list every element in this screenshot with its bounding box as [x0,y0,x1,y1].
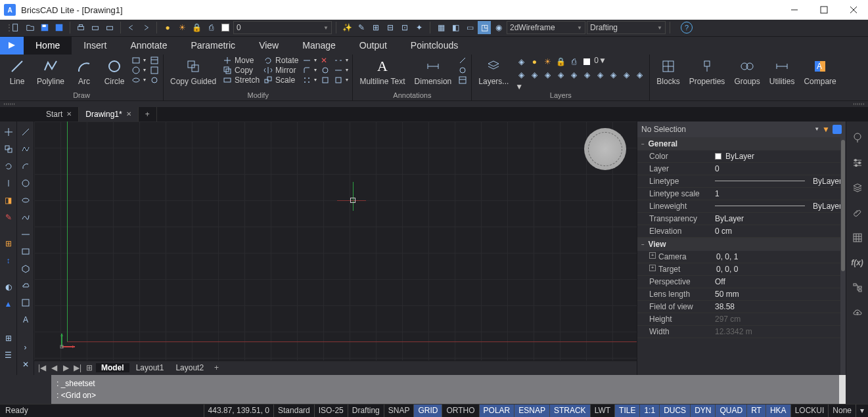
layer-combo[interactable]: 0▼ [594,56,606,68]
open-icon[interactable] [24,21,37,34]
publish-icon[interactable] [103,21,116,34]
grid-tool-icon[interactable]: ⊞ [2,332,15,345]
prop-target[interactable]: +Target0, 0, 0 [637,263,846,276]
layer-plot-icon[interactable]: ⎙ [568,56,580,68]
close-button[interactable] [838,0,868,20]
arc-button[interactable]: Arc [71,56,97,87]
help-icon[interactable]: ? [681,22,693,33]
status-toggle-grid[interactable]: GRID [413,405,442,417]
rotate-button[interactable]: Rotate [263,56,298,65]
drawing-canvas[interactable] [34,121,637,361]
status-toggle-rt[interactable]: RT [746,405,765,417]
status-toggle-tile[interactable]: TILE [614,405,639,417]
save-icon[interactable] [38,21,51,34]
line-button[interactable]: Line [4,56,30,87]
status-toggle-strack[interactable]: STRACK [549,405,590,417]
section-view[interactable]: –View [637,238,846,251]
text-tool-icon[interactable]: A [19,313,32,326]
prop-camera[interactable]: +Camera0, 0, 1 [637,251,846,263]
xline-tool-icon[interactable] [19,228,32,241]
camera-icon[interactable]: ◉ [492,21,505,34]
status-toggle-quad[interactable]: QUAD [715,405,746,417]
commandline[interactable]: : _sheetset : <Grid on> [51,375,839,404]
viewcube[interactable] [584,128,626,170]
copy-button[interactable]: Copy [223,66,260,75]
layer-sun-icon[interactable]: ☀ [541,56,553,68]
group2-tool-icon[interactable]: ↕ [2,254,15,267]
layout-last-icon[interactable]: ▶| [72,363,83,372]
tab-output[interactable]: Output [348,37,399,55]
polygon-tool-icon[interactable] [19,262,32,275]
groups-button[interactable]: Groups [731,56,762,87]
add-tab-button[interactable]: + [139,107,157,121]
layout-layout1[interactable]: Layout1 [131,363,170,372]
layer-on-icon[interactable]: ● [528,56,540,68]
offset-button[interactable] [321,76,330,85]
layout-grid-icon[interactable]: ⊞ [84,363,95,372]
layiso-icon[interactable]: ◈ [515,69,527,81]
section-general[interactable]: –General [637,137,846,150]
dimension-button[interactable]: Dimension [412,56,455,87]
color-swatch-icon[interactable] [219,21,232,34]
align-button[interactable]: ▾ [334,76,348,85]
break-button[interactable]: ▾ [334,56,348,65]
prop-persp[interactable]: PerspectiveOff [637,276,846,288]
region-button[interactable] [150,76,159,85]
tree-icon[interactable] [850,280,865,295]
layer-lock-icon[interactable]: 🔒 [555,56,566,68]
layers-button[interactable]: Layers... [476,56,511,87]
centermark-button[interactable] [458,66,467,75]
print-preview-icon[interactable] [89,21,102,34]
scale-button[interactable]: Scale [263,76,298,85]
compare-button[interactable]: ACompare [801,56,838,87]
prop-fov[interactable]: Field of view38.58 [637,301,846,313]
cmd-x-icon[interactable]: ✕ [19,358,32,371]
saveas-icon[interactable] [53,21,66,34]
status-toggle-hka[interactable]: HKA [765,405,790,417]
status-toggle-polar[interactable]: POLAR [479,405,514,417]
mirror-button[interactable]: Mirror [263,66,298,75]
polygon-button[interactable]: ▾ [131,66,146,75]
copyguided-button[interactable]: Copy Guided [168,56,219,87]
simplify-icon[interactable]: ⊡ [398,21,411,34]
view-icon[interactable]: ▭ [463,21,476,34]
status-std[interactable]: Standard [273,405,314,417]
status-coords[interactable]: 443.87, 139.51, 0 [204,405,273,417]
properties-button[interactable]: Properties [687,56,728,87]
properties-scrollbar[interactable] [840,137,846,375]
tab-insert[interactable]: Insert [72,37,118,55]
layer-state-icon[interactable]: ◈ [515,56,527,68]
app-menu-button[interactable] [0,37,24,55]
layout-layout2[interactable]: Layout2 [170,363,209,372]
structure-icon[interactable] [850,230,865,245]
layout-prev-icon[interactable]: ◀ [49,363,59,372]
tips-icon[interactable] [850,131,865,145]
expand-icon[interactable]: + [649,265,656,271]
blocks-button[interactable]: Blocks [654,56,682,87]
cmd-scrollbar[interactable] [839,375,846,404]
prop-linetype[interactable]: LinetypeByLayer [637,175,846,188]
wcs-icon[interactable]: ◳ [478,21,491,34]
tab-annotate[interactable]: Annotate [118,37,179,55]
status-toggle-esnap[interactable]: ESNAP [514,405,549,417]
tab-pointclouds[interactable]: Pointclouds [399,37,470,55]
rectangle-tool-icon[interactable] [19,245,32,258]
prop-layer[interactable]: Layer0 [637,163,846,175]
layers-panel-icon[interactable] [850,181,865,195]
mtext-button[interactable]: AMultiline Text [357,56,407,87]
settings-icon[interactable] [850,156,865,170]
trim-button[interactable]: ▾ [302,56,317,65]
pickadd-icon[interactable] [833,125,842,134]
laycur-icon[interactable]: ◈ [607,69,619,81]
mirror-tool-icon[interactable] [2,177,15,190]
maximize-button[interactable] [809,0,838,20]
rectangle-button[interactable]: ▾ [131,56,146,65]
undo-icon[interactable] [125,21,138,34]
explode-button[interactable] [321,66,330,75]
layulk-icon[interactable]: ◈ [568,69,580,81]
table-button[interactable] [458,76,467,85]
close-icon[interactable]: ✕ [66,110,72,118]
layer-state-combo[interactable]: ▼ [515,82,645,91]
layoff-icon[interactable]: ◈ [528,69,540,81]
blockify-icon[interactable]: ⊞ [369,21,382,34]
